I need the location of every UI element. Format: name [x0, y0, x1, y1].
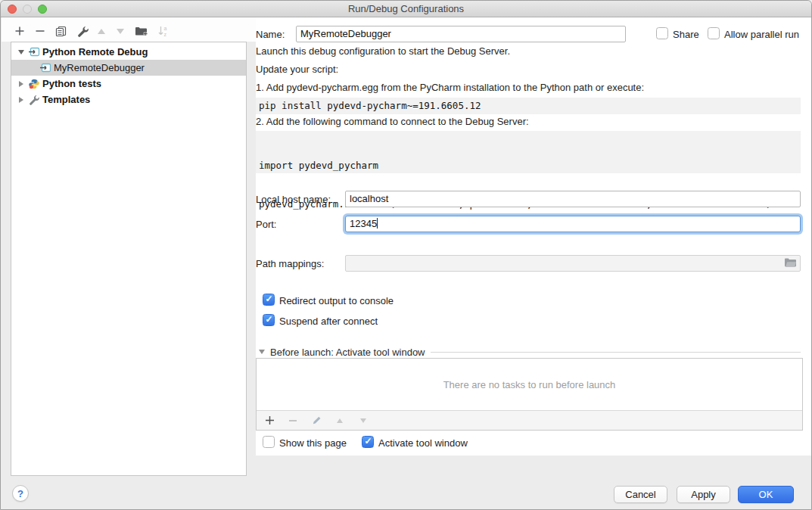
wrench-icon	[77, 26, 89, 37]
port-input[interactable]: 12345	[345, 216, 801, 232]
down-arrow-icon	[117, 29, 124, 34]
browse-folder-icon[interactable]	[784, 257, 797, 270]
tree-item-python-remote-debug[interactable]: Python Remote Debug	[11, 44, 246, 60]
allow-parallel-run-checkbox[interactable]	[708, 27, 720, 39]
new-folder-icon	[135, 26, 148, 37]
share-label: Share	[673, 29, 699, 41]
cancel-button[interactable]: Cancel	[614, 486, 667, 503]
remove-task-button	[288, 415, 298, 426]
instruction-step1: 1. Add pydevd-pycharm.egg from the PyCha…	[256, 82, 644, 94]
python-icon	[27, 79, 40, 89]
tree-item-python-tests[interactable]: Python tests	[11, 76, 246, 92]
tree-item-myremotedebugger[interactable]: MyRemoteDebugger	[11, 60, 246, 76]
chevron-collapsed-icon[interactable]	[17, 81, 26, 87]
port-label: Port:	[256, 219, 276, 231]
instruction-intro: Launch this debug configuration to start…	[256, 45, 510, 58]
path-mappings-label: Path mappings:	[256, 258, 324, 270]
redirect-output-checkbox[interactable]	[263, 294, 275, 306]
local-host-name-value: localhost	[350, 193, 388, 204]
tree-item-label: Templates	[42, 94, 90, 105]
remote-debug-icon	[27, 47, 40, 57]
tasks-toolbar	[257, 410, 802, 430]
tree-item-label: Python Remote Debug	[42, 46, 148, 58]
ok-label: OK	[759, 489, 773, 500]
share-checkbox[interactable]	[656, 27, 668, 39]
tree-item-templates[interactable]: Templates	[11, 92, 246, 107]
chevron-collapsed-icon[interactable]	[17, 97, 26, 103]
run-debug-configurations-dialog: Run/Debug Configurations	[0, 0, 812, 510]
up-arrow-icon	[337, 418, 343, 423]
redirect-output-label: Redirect output to console	[279, 295, 394, 307]
local-host-name-label: Local host name:	[256, 194, 331, 206]
show-this-page-checkbox[interactable]	[263, 436, 275, 448]
move-down-button	[114, 24, 127, 38]
help-label: ?	[17, 488, 23, 499]
plus-icon	[14, 26, 25, 36]
allow-parallel-run-label: Allow parallel run	[724, 29, 799, 41]
instruction-step2: 2. Add the following command to connect …	[256, 116, 529, 128]
add-configuration-button[interactable]	[13, 24, 26, 38]
apply-button[interactable]: Apply	[677, 486, 730, 503]
minus-icon	[289, 420, 297, 421]
help-button[interactable]: ?	[12, 485, 29, 502]
activate-tool-window-label: Activate tool window	[378, 437, 468, 449]
move-up-button	[95, 24, 108, 38]
add-task-button[interactable]	[264, 415, 275, 426]
before-launch-tasks-panel: There are no tasks to run before launch	[256, 358, 803, 431]
new-folder-button[interactable]	[134, 24, 148, 38]
wrench-icon	[27, 95, 40, 105]
configuration-editor-panel: Name: MyRemoteDebugger Share Allow paral…	[256, 17, 812, 456]
remove-configuration-button[interactable]	[33, 24, 47, 38]
sort-configurations-button: a z	[156, 24, 170, 38]
pip-install-code: pip install pydevd-pycharm~=191.6605.12	[256, 98, 801, 114]
plus-icon	[265, 415, 275, 425]
show-this-page-label: Show this page	[279, 437, 347, 449]
instruction-update: Update your script:	[256, 64, 338, 76]
chevron-expanded-icon[interactable]	[17, 50, 26, 54]
cancel-label: Cancel	[625, 489, 655, 500]
section-divider	[431, 352, 801, 353]
move-task-up-button	[334, 415, 345, 426]
tree-item-label: MyRemoteDebugger	[54, 62, 145, 73]
empty-tasks-message: There are no tasks to run before launch	[257, 359, 802, 410]
text-caret	[377, 218, 378, 229]
settrace-code: import pydevd_pycharm pydevd_pycharm.set…	[256, 131, 801, 173]
copy-configuration-button[interactable]	[54, 24, 67, 38]
down-arrow-icon	[360, 418, 366, 423]
edit-task-button	[311, 415, 322, 426]
title-bar[interactable]: Run/Debug Configurations	[1, 1, 811, 17]
port-value: 12345	[350, 218, 377, 229]
pencil-icon	[312, 415, 322, 425]
ok-button[interactable]: OK	[738, 486, 794, 503]
copy-icon	[55, 26, 67, 37]
configurations-tree: Python Remote Debug MyRemoteDebugger Pyt…	[11, 42, 247, 476]
tree-item-label: Python tests	[42, 78, 101, 89]
minus-icon	[35, 26, 45, 36]
sort-alphabetically-icon: a z	[157, 25, 169, 37]
code-line-import: import pydevd_pycharm	[259, 159, 801, 172]
before-launch-section-header[interactable]: Before launch: Activate tool window	[259, 346, 801, 358]
suspend-after-connect-checkbox[interactable]	[263, 314, 275, 326]
path-mappings-input	[345, 255, 801, 272]
name-value: MyRemoteDebugger	[300, 28, 391, 39]
up-arrow-icon	[98, 29, 105, 34]
activate-tool-window-checkbox[interactable]	[362, 436, 374, 448]
remote-debug-icon	[39, 63, 51, 73]
chevron-expanded-icon[interactable]	[259, 350, 265, 354]
edit-templates-button[interactable]	[76, 24, 89, 38]
configurations-toolbar: a z	[11, 21, 247, 41]
apply-label: Apply	[691, 489, 716, 500]
window-title: Run/Debug Configurations	[1, 3, 811, 14]
svg-text:z: z	[163, 32, 166, 37]
suspend-after-connect-label: Suspend after connect	[279, 316, 378, 328]
move-task-down-button	[358, 415, 369, 426]
name-label: Name:	[256, 29, 285, 41]
name-input[interactable]: MyRemoteDebugger	[296, 26, 626, 42]
svg-text:a: a	[163, 26, 166, 31]
before-launch-title: Before launch: Activate tool window	[270, 347, 425, 358]
local-host-name-input[interactable]: localhost	[345, 191, 801, 207]
